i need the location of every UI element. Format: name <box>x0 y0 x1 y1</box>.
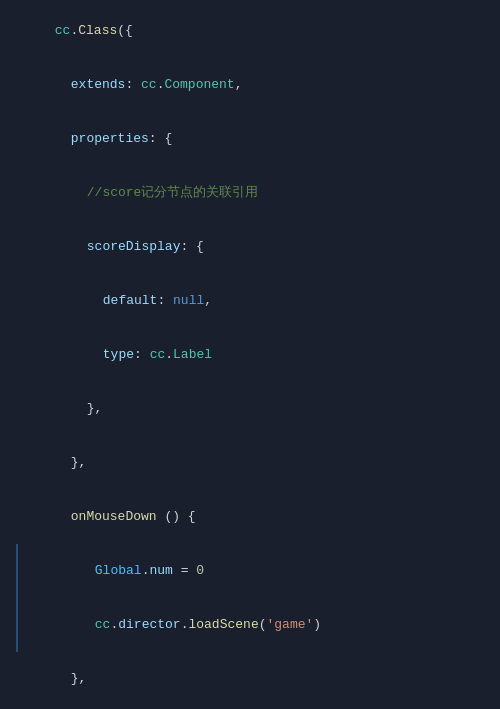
line-11: Global.num = 0 <box>0 544 500 598</box>
line-12: cc.director.loadScene('game') <box>0 598 500 652</box>
line-4: //score记分节点的关联引用 <box>0 166 500 220</box>
cc-class: cc <box>55 23 71 38</box>
line-10: onMouseDown () { <box>0 490 500 544</box>
line-13: }, <box>0 652 500 706</box>
code-editor: cc.Class({ extends: cc.Component, proper… <box>0 0 500 709</box>
line-9: }, <box>0 436 500 490</box>
line-6: default: null, <box>0 274 500 328</box>
line-2: extends: cc.Component, <box>0 58 500 112</box>
line-8: }, <box>0 382 500 436</box>
line-7: type: cc.Label <box>0 328 500 382</box>
line-3: properties: { <box>0 112 500 166</box>
line-5: scoreDisplay: { <box>0 220 500 274</box>
line-1: cc.Class({ <box>0 4 500 58</box>
